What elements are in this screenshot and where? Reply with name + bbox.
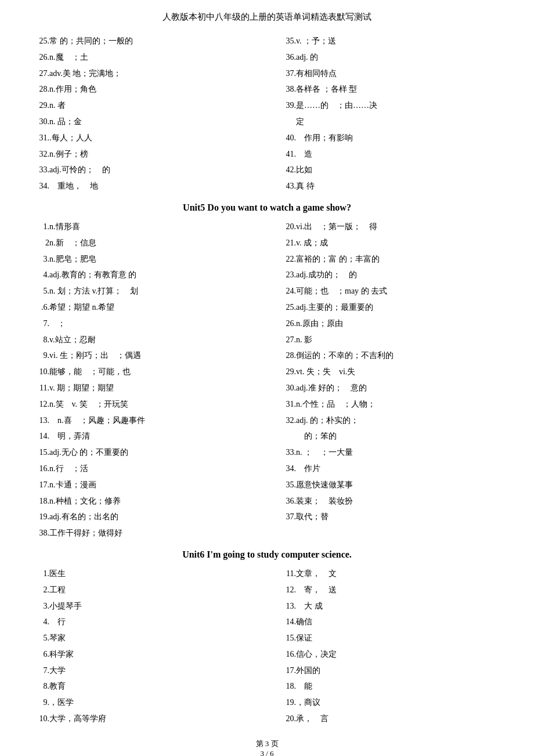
entry-text-left: adv.美 地；完满地； xyxy=(49,66,258,82)
entry-number-right: 37. xyxy=(270,66,296,82)
table-row: 33.adj.可怜的； 的42.比如 xyxy=(23,162,511,178)
entry-number-left: 2 xyxy=(23,235,49,251)
entry-text-right: n. ； ；一大量 xyxy=(296,444,511,461)
entry-number-right: 13. xyxy=(270,598,296,614)
entry-text-left: 明，弄清 xyxy=(49,428,258,444)
entry-text-left: v.站立；忍耐 xyxy=(49,332,258,348)
table-row: 32.n.例子；榜41. 造 xyxy=(23,146,511,162)
entry-text-left: n.新 ；信息 xyxy=(49,235,258,251)
entry-text-left: .每人；人人 xyxy=(49,130,258,146)
entry-text-right: 保证 xyxy=(296,630,511,646)
table-row: 34. 重地， 地43.真 待 xyxy=(23,178,511,194)
entry-number-left: 10. xyxy=(23,711,49,727)
entry-number-right: 20. xyxy=(270,219,296,235)
table-row: 14. 明，弄清 的；笨的 xyxy=(23,428,511,444)
entry-text-right: 是……的 ；由……决 xyxy=(296,97,511,114)
table-row: 5.n. 划；方法 v.打算； 划24.可能；也 ；may 的 去式 xyxy=(23,283,511,299)
entry-number-right: 30. xyxy=(270,380,296,396)
table-row: 4.adj.教育的；有教育意 的23.adj.成功的； 的 xyxy=(23,267,511,283)
entry-text-left: n.卡通；漫画 xyxy=(49,477,258,493)
entry-text-left: 医生 xyxy=(49,566,258,582)
table-row: 2.工程12. 寄， 送 xyxy=(23,582,511,598)
entry-number-left: 4. xyxy=(23,267,49,283)
entry-text-left: 教育 xyxy=(49,678,258,694)
entry-text-left: n.魔 ；土 xyxy=(49,49,258,66)
entry-number-left: 2. xyxy=(23,582,49,598)
table-row: 13. n.喜 ；风趣；风趣事件32.adj. 的；朴实的； xyxy=(23,413,511,429)
entry-number-left: 1. xyxy=(23,219,49,235)
entry-number-left: 3. xyxy=(23,251,49,267)
entry-number-right xyxy=(270,428,296,444)
entry-text-right: 寄， 送 xyxy=(296,582,511,598)
entry-number-right: 29. xyxy=(270,364,296,380)
entry-text-right: 愿意快速做某事 xyxy=(296,477,511,493)
table-row: 8.教育18. 能 xyxy=(23,678,511,694)
entry-number-right: 36. xyxy=(270,49,296,66)
entry-number-right: 35. xyxy=(270,477,296,493)
entry-number-left: 26. xyxy=(23,49,49,66)
entry-number-right: 31. xyxy=(270,396,296,413)
entry-text-right: ，商议 xyxy=(296,694,511,711)
entry-text-right: 倒运的；不幸的；不吉利的 xyxy=(296,348,511,364)
entry-number-left: .6. xyxy=(23,299,49,316)
table-row: 5.琴家15.保证 xyxy=(23,630,511,646)
entry-text-left: adj.无心 的；不重要的 xyxy=(49,444,258,461)
entry-number-right: 38. xyxy=(270,81,296,97)
entry-number-left: 15. xyxy=(23,444,49,461)
entry-number-left: 9. xyxy=(23,694,49,711)
entry-text-left: adj.有名的；出名的 xyxy=(49,509,258,525)
entry-text-left: n.行 ；活 xyxy=(49,461,258,477)
table-row: 17.n.卡通；漫画35.愿意快速做某事 xyxy=(23,477,511,493)
entry-number-left: 27. xyxy=(23,66,49,82)
table-row: 19.adj.有名的；出名的37.取代；替 xyxy=(23,509,511,525)
entry-text-left: n.例子；榜 xyxy=(49,146,258,162)
entry-number-right: 26. xyxy=(270,316,296,332)
entry-number-right: 11. xyxy=(270,566,296,582)
vocab-table: 1.n.情形喜20.vi.出 ；第一版； 得2n.新 ；信息21.v. 成；成3… xyxy=(23,219,511,541)
entry-number-left: 14. xyxy=(23,428,49,444)
table-row: 12.n.笑 v. 笑 ；开玩笑31.n.个性；品 ；人物； xyxy=(23,396,511,413)
entry-text-left: v. 期；期望；期望 xyxy=(49,380,258,396)
entry-number-left: 10. xyxy=(23,364,49,380)
entry-text-left: 大学，高等学府 xyxy=(49,711,258,727)
section-title: Unit5 Do you want to watch a game show? xyxy=(23,202,511,213)
entry-number-right: 43. xyxy=(270,178,296,194)
entry-text-right: v. ；予；送 xyxy=(296,33,511,49)
entry-number-right: 41. xyxy=(270,146,296,162)
entry-text-left: 行 xyxy=(49,614,258,630)
table-row: 29.n. 者39.是……的 ；由……决 xyxy=(23,97,511,114)
entry-number-right xyxy=(270,525,296,541)
entry-number-left: 7. xyxy=(23,663,49,679)
entry-number-right: 14. xyxy=(270,614,296,630)
entry-text-left: adj.教育的；有教育意 的 xyxy=(49,267,258,283)
table-row: 38.工作干得好；做得好 xyxy=(23,525,511,541)
entry-number-left: 11. xyxy=(23,380,49,396)
table-row: 10.大学，高等学府20.承， 言 xyxy=(23,711,511,727)
table-row: 1.n.情形喜20.vi.出 ；第一版； 得 xyxy=(23,219,511,235)
entry-number-right: 27. xyxy=(270,332,296,348)
entry-text-right: 承， 言 xyxy=(296,711,511,727)
entry-number-right: 19. xyxy=(270,694,296,711)
table-row: 3.小提琴手13. 大 成 xyxy=(23,598,511,614)
vocab-table: 1.医生11.文章， 文2.工程12. 寄， 送3.小提琴手13. 大 成4. … xyxy=(23,566,511,727)
entry-text-right: 富裕的；富 的；丰富的 xyxy=(296,251,511,267)
page-number: 第 3 页 3 / 6 xyxy=(23,739,511,756)
entry-text-left: n.作用；角色 xyxy=(49,81,258,97)
table-row: 7.大学17.外国的 xyxy=(23,663,511,679)
entry-text-right: 比如 xyxy=(296,162,511,178)
entry-text-right: v. 成；成 xyxy=(296,235,511,251)
entry-number-right: 24. xyxy=(270,283,296,299)
entry-text-right: vi.出 ；第一版； 得 xyxy=(296,219,511,235)
entry-text-right: n.个性；品 ；人物； xyxy=(296,396,511,413)
table-row: 25.常 的；共同的；一般的35.v. ；予；送 xyxy=(23,33,511,49)
table-row: 28.n.作用；角色38.各样各 ；各样 型 xyxy=(23,81,511,97)
entry-number-left: 32. xyxy=(23,146,49,162)
entry-text-right: 取代；替 xyxy=(296,509,511,525)
entry-number-left: 17. xyxy=(23,477,49,493)
table-row: 7. ；26.n.原由；原由 xyxy=(23,316,511,332)
table-row: 30.n. 品；金定 xyxy=(23,114,511,130)
entry-text-left: 科学家 xyxy=(49,646,258,663)
entry-text-left: n.笑 v. 笑 ；开玩笑 xyxy=(49,396,258,413)
entry-text-left: n. 品；金 xyxy=(49,114,258,130)
entry-text-left: n.种植；文化；修养 xyxy=(49,493,258,509)
